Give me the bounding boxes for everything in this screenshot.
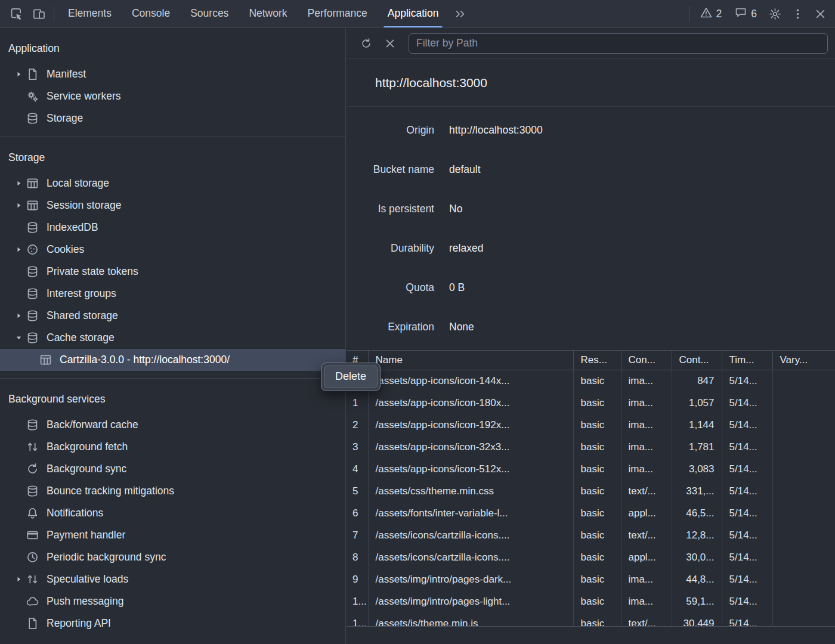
tab-sources[interactable]: Sources [180, 0, 239, 27]
column-header-res[interactable]: Res... [573, 351, 621, 370]
cell-con: appl... [621, 547, 672, 569]
more-tabs-icon[interactable] [449, 0, 471, 27]
sidebar-item-payment-handler[interactable]: Payment handler [0, 524, 345, 546]
triangle-right-icon[interactable] [12, 312, 25, 320]
cookie-icon [25, 243, 47, 256]
triangle-right-icon[interactable] [12, 575, 25, 583]
sidebar-item-interest-groups[interactable]: Interest groups [0, 283, 345, 305]
cell-res: basic [573, 392, 621, 414]
warnings-badge[interactable]: 2 [694, 7, 729, 21]
sidebar-item-periodic-background-sync[interactable]: Periodic background sync [0, 546, 345, 568]
database-icon [25, 221, 47, 234]
cache-entry-row[interactable]: 4/assets/app-icons/icon-512x...basicima.… [347, 459, 835, 481]
sidebar-item-background-fetch[interactable]: Background fetch [0, 436, 345, 458]
meta-value: relaxed [449, 242, 483, 255]
tab-network[interactable]: Network [239, 0, 297, 27]
sidebar-item-private-state-tokens[interactable]: Private state tokens [0, 261, 345, 283]
cache-entry-row[interactable]: 6/assets/fonts/inter-variable-l...basica… [347, 503, 835, 525]
clock-icon [25, 551, 47, 564]
database-icon [25, 309, 47, 322]
device-toolbar-icon[interactable] [27, 0, 50, 27]
inspect-icon[interactable] [5, 0, 27, 27]
devtools-window: { "colors": { "background": "#282c34", "… [0, 0, 835, 644]
clear-icon[interactable] [381, 35, 399, 52]
cache-entry-row[interactable]: 1/assets/app-icons/icon-180x...basicima.… [347, 392, 835, 414]
sidebar-item-reporting-api[interactable]: Reporting API [0, 612, 345, 634]
sidebar-item-label: Notifications [47, 507, 103, 519]
filter-input[interactable] [409, 33, 828, 54]
sidebar-item-speculative-loads[interactable]: Speculative loads [0, 568, 345, 590]
cell-num: 6 [347, 503, 368, 525]
cache-entry-row[interactable]: 3/assets/app-icons/icon-32x3...basicima.… [347, 436, 835, 459]
column-header-name[interactable]: Name [368, 351, 573, 370]
meta-row-is-persistent: Is persistentNo [347, 189, 835, 228]
triangle-right-icon[interactable] [12, 246, 25, 253]
sidebar-item-service-workers[interactable]: Service workers [0, 85, 345, 107]
cache-entry-row[interactable]: 1.../assets/img/intro/pages-light...basi… [347, 591, 835, 613]
cache-entry-row[interactable]: 9/assets/img/intro/pages-dark...basicima… [347, 569, 835, 591]
cell-cont: 44,8... [672, 569, 722, 591]
issues-badge[interactable]: 6 [728, 7, 763, 21]
triangle-down-icon[interactable] [12, 334, 25, 342]
sidebar-item-label: Cartzilla-3.0.0 - http://localhost:3000/ [60, 354, 230, 366]
triangle-right-icon[interactable] [12, 202, 25, 209]
cell-name: /assets/icons/cartzilla-icons.... [368, 547, 573, 569]
sidebar-item-storage[interactable]: Storage [0, 107, 345, 129]
sidebar-item-local-storage[interactable]: Local storage [0, 172, 345, 194]
cache-entry-row[interactable]: 2/assets/app-icons/icon-192x...basicima.… [347, 414, 835, 436]
issue-count: 6 [751, 8, 757, 20]
cell-num: 7 [347, 525, 368, 547]
cell-vary [772, 525, 835, 547]
cell-vary [772, 613, 835, 627]
column-header-vary[interactable]: Vary... [772, 351, 835, 370]
kebab-menu-icon[interactable] [786, 0, 809, 27]
close-icon[interactable] [809, 0, 831, 27]
cache-entry-row[interactable]: 5/assets/css/theme.min.cssbasictext/...3… [347, 481, 835, 503]
sidebar-item-indexeddb[interactable]: IndexedDB [0, 216, 345, 239]
triangle-right-icon[interactable] [12, 179, 25, 187]
column-header-tim[interactable]: Tim... [722, 351, 772, 370]
cache-entry-row[interactable]: 0/assets/app-icons/icon-144x...basicima.… [347, 370, 835, 392]
cell-con: text/... [621, 613, 672, 627]
cache-entry-row[interactable]: 1.../assets/js/theme.min.jsbasictext/...… [347, 613, 835, 627]
sidebar-item-cartzilla-3-0-0-http-localhost-3000[interactable]: Cartzilla-3.0.0 - http://localhost:3000/ [0, 349, 345, 371]
sidebar-item-session-storage[interactable]: Session storage [0, 194, 345, 216]
tab-application[interactable]: Application [378, 0, 449, 27]
sidebar-item-cache-storage[interactable]: Cache storage [0, 327, 345, 349]
cloud-icon [25, 595, 47, 608]
table-icon [25, 199, 47, 212]
tab-elements[interactable]: Elements [58, 0, 122, 27]
refresh-icon[interactable] [357, 35, 375, 52]
menu-item-delete[interactable]: Delete [324, 366, 378, 388]
sidebar-item-manifest[interactable]: Manifest [0, 63, 345, 85]
sidebar-item-background-sync[interactable]: Background sync [0, 458, 345, 480]
column-header-con[interactable]: Con... [621, 351, 672, 370]
cell-tim: 5/14... [722, 613, 772, 627]
tab-performance[interactable]: Performance [298, 0, 378, 27]
triangle-right-icon[interactable] [12, 70, 25, 78]
tab-console[interactable]: Console [122, 0, 180, 27]
cell-num: 5 [347, 481, 368, 503]
cache-entry-row[interactable]: 7/assets/icons/cartzilla-icons....basict… [347, 525, 835, 547]
sidebar-item-label: Periodic background sync [47, 551, 166, 564]
cell-con: ima... [621, 392, 672, 414]
cache-entry-row[interactable]: 8/assets/icons/cartzilla-icons....basica… [347, 547, 835, 569]
sidebar-item-back-forward-cache[interactable]: Back/forward cache [0, 414, 345, 436]
column-header-cont[interactable]: Cont... [672, 351, 722, 370]
sidebar-item-bounce-tracking-mitigations[interactable]: Bounce tracking mitigations [0, 480, 345, 502]
meta-row-expiration: ExpirationNone [347, 307, 835, 346]
sidebar-item-push-messaging[interactable]: Push messaging [0, 590, 345, 612]
sidebar-item-cookies[interactable]: Cookies [0, 239, 345, 261]
cell-cont: 59,1... [672, 591, 722, 613]
database-icon [25, 332, 47, 344]
cell-res: basic [573, 569, 621, 591]
sidebar-item-label: Back/forward cache [47, 419, 138, 431]
sidebar-item-label: Service workers [47, 90, 120, 103]
cell-cont: 30,449 [672, 613, 722, 627]
sidebar-item-notifications[interactable]: Notifications [0, 502, 345, 524]
service-worker-icon [25, 90, 47, 103]
gear-icon[interactable] [763, 0, 786, 27]
sidebar-item-label: Background sync [47, 463, 126, 475]
sidebar-item-shared-storage[interactable]: Shared storage [0, 305, 345, 327]
sidebar-item-label: Interest groups [47, 287, 116, 300]
